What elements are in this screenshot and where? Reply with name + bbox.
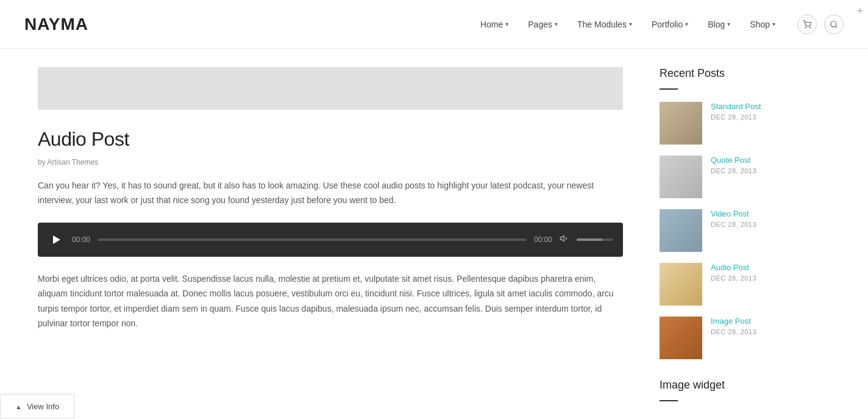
svg-point-0 [806, 27, 806, 27]
chevron-down-icon: ▾ [505, 21, 508, 27]
main-layout: Audio Post by Artisan Themes Can you hea… [13, 49, 855, 419]
volume-fill [577, 238, 602, 241]
post-date: DEC 28, 2013 [711, 274, 756, 282]
post-date: DEC 28, 2013 [711, 113, 761, 121]
post-thumbnail [660, 317, 702, 359]
post-date: DEC 28, 2013 [711, 221, 756, 228]
cart-icon[interactable] [797, 15, 817, 34]
main-nav: Home ▾ Pages ▾ The Modules ▾ Portfolio ▾… [473, 15, 844, 34]
content-area: Audio Post by Artisan Themes Can you hea… [38, 67, 623, 414]
article-body: Morbi eget ultrices odio, at porta velit… [38, 271, 623, 331]
nav-item-home[interactable]: Home ▾ [473, 15, 516, 34]
post-title-link[interactable]: Video Post [711, 209, 756, 218]
post-title-link[interactable]: Audio Post [711, 263, 756, 272]
image-widget-section: Image widget [660, 379, 830, 401]
nav-item-portfolio[interactable]: Portfolio ▾ [644, 15, 695, 34]
chevron-down-icon: ▾ [629, 21, 632, 27]
post-title-link[interactable]: Image Post [711, 317, 756, 326]
post-title-link[interactable]: Quote Post [711, 156, 756, 165]
progress-bar[interactable] [98, 238, 527, 241]
list-item: Image Post DEC 28, 2013 [660, 317, 830, 359]
chevron-down-icon: ▾ [685, 21, 688, 27]
sidebar-divider [660, 88, 678, 90]
list-item: Standard Post DEC 28, 2013 [660, 102, 830, 145]
post-thumbnail [660, 156, 702, 198]
current-time: 00:00 [72, 235, 90, 244]
audio-player: 00:00 00:00 [38, 223, 623, 257]
volume-bar[interactable] [577, 238, 613, 241]
play-button[interactable] [48, 231, 65, 248]
banner-image [38, 67, 623, 110]
chevron-down-icon: ▾ [772, 21, 775, 27]
view-info-button[interactable]: ▲ View Info [0, 394, 74, 419]
image-widget-title: Image widget [660, 379, 830, 392]
post-date: DEC 28, 2013 [711, 328, 756, 335]
search-icon[interactable] [824, 15, 844, 34]
view-info-label: View Info [27, 402, 59, 411]
svg-point-1 [809, 27, 810, 27]
post-thumbnail [660, 102, 702, 145]
nav-item-pages[interactable]: Pages ▾ [521, 15, 565, 34]
list-item: Audio Post DEC 28, 2013 [660, 263, 830, 306]
total-time: 00:00 [534, 235, 552, 244]
site-logo[interactable]: NAYMA [24, 15, 88, 34]
post-info: Video Post DEC 28, 2013 [711, 209, 756, 228]
nav-item-modules[interactable]: The Modules ▾ [570, 15, 639, 34]
post-info: Image Post DEC 28, 2013 [711, 317, 756, 335]
post-info: Quote Post DEC 28, 2013 [711, 156, 756, 174]
article-intro: Can you hear it? Yes, it has to sound gr… [38, 179, 623, 208]
recent-posts-title: Recent Posts [660, 67, 830, 80]
header: NAYMA Home ▾ Pages ▾ The Modules ▾ Portf… [0, 0, 868, 49]
nav-icons [797, 15, 844, 34]
svg-line-3 [836, 26, 838, 27]
svg-marker-4 [560, 235, 564, 241]
post-thumbnail [660, 263, 702, 306]
chevron-down-icon: ▾ [555, 21, 558, 27]
list-item: Video Post DEC 28, 2013 [660, 209, 830, 252]
sidebar: Recent Posts Standard Post DEC 28, 2013 … [660, 67, 830, 414]
play-triangle-icon [53, 235, 60, 244]
chevron-down-icon: ▾ [727, 21, 730, 27]
article-meta: by Artisan Themes [38, 158, 623, 167]
sidebar-divider-2 [660, 400, 678, 401]
svg-point-2 [831, 21, 836, 26]
list-item: Quote Post DEC 28, 2013 [660, 156, 830, 198]
post-title-link[interactable]: Standard Post [711, 102, 761, 111]
plus-icon[interactable]: + [856, 5, 863, 18]
post-info: Audio Post DEC 28, 2013 [711, 263, 756, 282]
mute-button[interactable] [560, 234, 569, 246]
post-thumbnail [660, 209, 702, 252]
post-date: DEC 28, 2013 [711, 167, 756, 174]
article-title: Audio Post [38, 128, 623, 151]
chevron-up-icon: ▲ [15, 403, 22, 410]
nav-item-shop[interactable]: Shop ▾ [742, 15, 783, 34]
post-info: Standard Post DEC 28, 2013 [711, 102, 761, 121]
nav-item-blog[interactable]: Blog ▾ [700, 15, 738, 34]
